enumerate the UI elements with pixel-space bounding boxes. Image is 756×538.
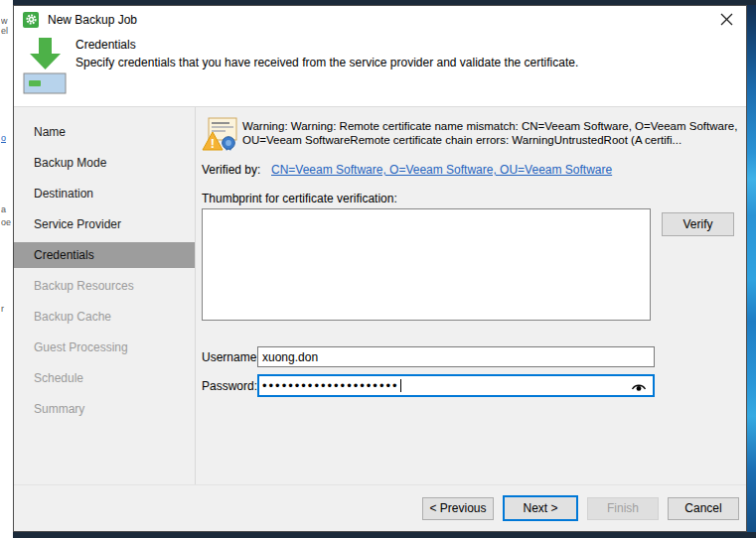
password-label: Password: xyxy=(202,379,257,393)
verified-by-row: Verified by: CN=Veeam Software, O=Veeam … xyxy=(202,163,747,177)
certificate-warning-row: ! Warning: Warning: Remote certificate n… xyxy=(202,117,747,152)
certificate-warning-icon: ! xyxy=(202,117,237,152)
password-row: Password: ••••••••••••••••••••• xyxy=(202,374,747,397)
close-icon[interactable] xyxy=(712,8,740,32)
sidebar-item-backup-resources: Backup Resources xyxy=(14,273,195,299)
finish-button: Finish xyxy=(587,497,659,520)
window-title: New Backup Job xyxy=(48,13,137,27)
step-subtitle: Specify credentials that you have receiv… xyxy=(76,56,711,69)
wizard-body: Name Backup Mode Destination Service Pro… xyxy=(14,107,746,484)
cancel-button[interactable]: Cancel xyxy=(668,497,739,520)
background-window-left-sliver: w el o a oe r xyxy=(0,0,13,538)
svg-text:!: ! xyxy=(211,136,215,151)
password-input[interactable]: ••••••••••••••••••••• xyxy=(257,374,655,397)
reveal-password-eye-icon[interactable] xyxy=(628,380,650,392)
background-text-fragment: el xyxy=(1,26,13,36)
thumbprint-textarea[interactable] xyxy=(202,208,651,321)
verified-by-label: Verified by: xyxy=(202,163,271,177)
background-window-right-sliver xyxy=(747,5,756,532)
sidebar-item-name[interactable]: Name xyxy=(14,119,195,145)
text-caret xyxy=(400,379,401,392)
username-value: xuong.don xyxy=(262,350,318,364)
step-title: Credentials xyxy=(76,38,136,52)
background-text-fragment: w xyxy=(1,16,13,26)
gear-icon xyxy=(23,12,39,28)
sidebar-item-backup-cache: Backup Cache xyxy=(14,304,195,330)
credentials-panel: ! Warning: Warning: Remote certificate n… xyxy=(196,107,747,484)
sidebar-item-summary: Summary xyxy=(14,396,195,422)
wizard-steps-sidebar: Name Backup Mode Destination Service Pro… xyxy=(14,107,196,484)
password-masked-value: ••••••••••••••••••••• xyxy=(262,381,399,391)
background-text-fragment: a xyxy=(1,204,13,214)
certificate-subject-link[interactable]: CN=Veeam Software, O=Veeam Software, OU=… xyxy=(271,163,612,177)
username-input[interactable]: xuong.don xyxy=(257,346,655,367)
sidebar-item-destination[interactable]: Destination xyxy=(14,181,195,206)
sidebar-item-credentials[interactable]: Credentials xyxy=(14,242,195,268)
thumbprint-row: Verify xyxy=(202,208,747,321)
sidebar-item-guest-processing: Guest Processing xyxy=(14,335,195,360)
dialog-titlebar[interactable]: New Backup Job xyxy=(14,6,746,33)
next-button[interactable]: Next > xyxy=(503,495,578,521)
sidebar-item-backup-mode[interactable]: Backup Mode xyxy=(14,150,195,176)
background-text-fragment: oe xyxy=(1,217,13,227)
thumbprint-label: Thumbprint for certificate verification: xyxy=(202,192,747,205)
verify-button[interactable]: Verify xyxy=(662,212,734,236)
backup-wizard-icon xyxy=(22,36,70,101)
sidebar-item-service-provider[interactable]: Service Provider xyxy=(14,211,195,237)
certificate-warning-text: Warning: Warning: Remote certificate nam… xyxy=(242,117,747,152)
new-backup-job-dialog: New Backup Job Credentials Specify crede… xyxy=(13,5,747,532)
sidebar-item-schedule: Schedule xyxy=(14,365,195,391)
wizard-header: Credentials Specify credentials that you… xyxy=(14,33,746,107)
username-label: Username: xyxy=(202,350,257,364)
previous-button[interactable]: < Previous xyxy=(422,497,494,520)
wizard-footer: < Previous Next > Finish Cancel xyxy=(14,484,746,531)
username-row: Username: xuong.don xyxy=(202,346,747,367)
background-text-fragment: r xyxy=(1,304,13,314)
background-text-fragment: o xyxy=(1,133,13,143)
